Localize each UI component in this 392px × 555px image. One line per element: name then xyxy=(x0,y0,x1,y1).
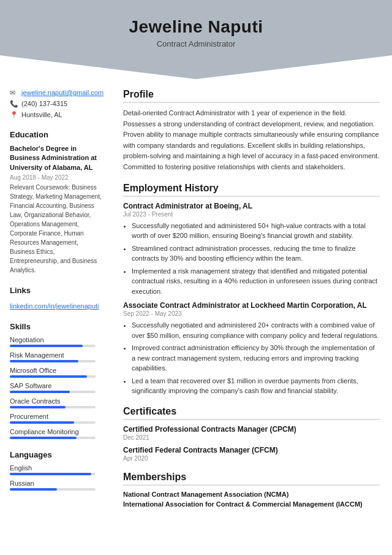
cert-item: Certified Professional Contracts Manager… xyxy=(123,425,380,441)
skill-bar-bg xyxy=(10,375,96,378)
membership-item: National Contract Management Association… xyxy=(123,491,380,498)
skill-item: Microsoft Office xyxy=(10,367,104,378)
education-degree: Bachelor's Degree in Business Administra… xyxy=(10,144,104,172)
job-bullet: Led a team that recovered over $1 millio… xyxy=(132,376,380,396)
profile-text: Detail-oriented Contract Administrator w… xyxy=(123,108,380,173)
main-content: Profile Detail-oriented Contract Adminis… xyxy=(113,79,392,555)
skill-name: Risk Management xyxy=(10,351,104,359)
email-item: ✉ jeweline.naputi@gmail.com xyxy=(10,89,104,97)
languages-list: English Russian xyxy=(10,464,104,491)
skill-name: Oracle Contracts xyxy=(10,397,104,405)
profile-section: Profile Detail-oriented Contract Adminis… xyxy=(123,89,380,173)
language-bar-fill xyxy=(10,488,57,491)
skill-item: Risk Management xyxy=(10,351,104,362)
certificates-title: Certificates xyxy=(123,406,380,420)
skill-name: Compliance Monitoring xyxy=(10,428,104,435)
job-bullet: Successfully negotiated and administered… xyxy=(132,221,380,241)
job-title: Contract Administrator at Boeing, AL xyxy=(123,202,380,210)
skill-item: Oracle Contracts xyxy=(10,397,104,408)
candidate-name: Jeweline Naputi xyxy=(12,17,380,37)
skills-list: Negotiation Risk Management Microsoft Of… xyxy=(10,336,104,439)
job-bullet: Successfully negotiated and administered… xyxy=(132,320,380,340)
skill-name: Procurement xyxy=(10,413,104,420)
location-item: 📍 Huntsville, AL xyxy=(10,111,104,119)
membership-item: International Association for Contract &… xyxy=(123,500,380,508)
resume-body: ✉ jeweline.naputi@gmail.com 📞 (240) 137-… xyxy=(0,79,392,555)
skill-bar-bg xyxy=(10,437,96,439)
job-item: Associate Contract Administrator at Lock… xyxy=(123,301,380,396)
memberships-title: Memberships xyxy=(123,472,380,486)
employment-title: Employment History xyxy=(123,183,380,197)
job-bullets: Successfully negotiated and administered… xyxy=(132,221,380,297)
candidate-title: Contract Administrator xyxy=(12,39,380,48)
job-date: Jul 2023 - Present xyxy=(123,211,380,218)
skill-item: Compliance Monitoring xyxy=(10,428,104,439)
location-text: Huntsville, AL xyxy=(21,111,62,118)
skills-title: Skills xyxy=(10,322,104,331)
resume-header: Jeweline Naputi Contract Administrator xyxy=(0,0,392,79)
skill-bar-bg xyxy=(10,391,96,393)
phone-text: (240) 137-4315 xyxy=(21,100,67,107)
email-icon: ✉ xyxy=(10,89,18,97)
job-bullets: Successfully negotiated and administered… xyxy=(132,320,380,396)
job-bullet: Improved contract administration efficie… xyxy=(132,343,380,373)
skill-bar-bg xyxy=(10,406,96,408)
language-item: English xyxy=(10,464,104,475)
skill-bar-fill xyxy=(10,391,70,393)
cert-date: Apr 2020 xyxy=(123,455,380,462)
education-section: Education Bachelor's Degree in Business … xyxy=(10,130,104,275)
memberships-section: Memberships National Contract Management… xyxy=(123,472,380,508)
skill-bar-fill xyxy=(10,360,78,362)
language-name: Russian xyxy=(10,480,104,487)
location-icon: 📍 xyxy=(10,111,18,119)
memberships-list: National Contract Management Association… xyxy=(123,491,380,508)
job-date: Sep 2022 - May 2023 xyxy=(123,310,380,317)
language-bar-fill xyxy=(10,473,91,475)
cert-item: Certified Federal Contracts Manager (CFC… xyxy=(123,446,380,462)
skill-name: SAP Software xyxy=(10,382,104,389)
skill-item: Procurement xyxy=(10,413,104,424)
contact-section: ✉ jeweline.naputi@gmail.com 📞 (240) 137-… xyxy=(10,89,104,119)
links-section: Links linkedin.com/in/jewelinenaputi xyxy=(10,286,104,311)
language-item: Russian xyxy=(10,480,104,491)
skills-section: Skills Negotiation Risk Management Micro… xyxy=(10,322,104,439)
skill-bar-fill xyxy=(10,406,66,408)
resume-container: Jeweline Naputi Contract Administrator ✉… xyxy=(0,0,392,555)
sidebar: ✉ jeweline.naputi@gmail.com 📞 (240) 137-… xyxy=(0,79,113,555)
skill-bar-bg xyxy=(10,360,96,362)
skill-bar-fill xyxy=(10,421,74,424)
phone-icon: 📞 xyxy=(10,100,18,108)
certs-list: Certified Professional Contracts Manager… xyxy=(123,425,380,462)
skill-bar-fill xyxy=(10,345,83,347)
skill-bar-fill xyxy=(10,437,77,439)
email-link[interactable]: jeweline.naputi@gmail.com xyxy=(21,89,104,96)
language-name: English xyxy=(10,464,104,472)
skill-bar-fill xyxy=(10,375,87,378)
linkedin-link[interactable]: linkedin.com/in/jewelinenaputi xyxy=(10,302,99,310)
languages-title: Languages xyxy=(10,450,104,459)
profile-title: Profile xyxy=(123,89,380,103)
language-bar-bg xyxy=(10,473,96,475)
links-title: Links xyxy=(10,286,104,295)
job-bullet: Implemented a risk management strategy t… xyxy=(132,266,380,297)
job-title: Associate Contract Administrator at Lock… xyxy=(123,301,380,310)
education-title: Education xyxy=(10,130,104,139)
skill-name: Negotiation xyxy=(10,336,104,343)
phone-item: 📞 (240) 137-4315 xyxy=(10,100,104,108)
cert-name: Certified Federal Contracts Manager (CFC… xyxy=(123,446,380,454)
skill-bar-bg xyxy=(10,421,96,424)
certificates-section: Certificates Certified Professional Cont… xyxy=(123,406,380,462)
job-bullet: Streamlined contract administration proc… xyxy=(132,243,380,264)
skill-bar-bg xyxy=(10,345,96,347)
employment-section: Employment History Contract Administrato… xyxy=(123,183,380,396)
education-date: Aug 2018 - May 2022 xyxy=(10,174,104,181)
jobs-list: Contract Administrator at Boeing, AL Jul… xyxy=(123,202,380,396)
language-bar-bg xyxy=(10,488,96,491)
languages-section: Languages English Russian xyxy=(10,450,104,491)
job-item: Contract Administrator at Boeing, AL Jul… xyxy=(123,202,380,297)
skill-name: Microsoft Office xyxy=(10,367,104,374)
skill-item: SAP Software xyxy=(10,382,104,393)
skill-item: Negotiation xyxy=(10,336,104,347)
cert-name: Certified Professional Contracts Manager… xyxy=(123,425,380,434)
education-coursework: Relevant Coursework: Business Strategy, … xyxy=(10,183,104,275)
